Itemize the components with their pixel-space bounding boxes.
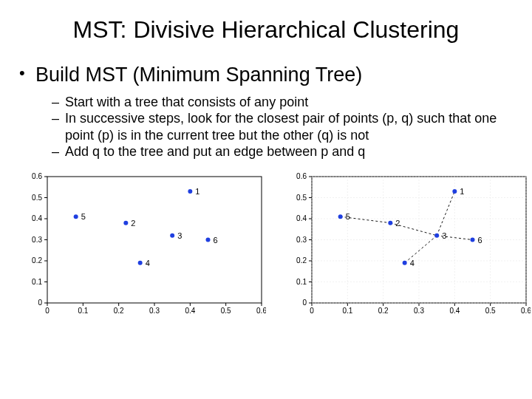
svg-point-89 (452, 189, 457, 194)
bullet-main: Build MST (Minimum Spanning Tree) Start … (19, 63, 517, 160)
bullet-list: Build MST (Minimum Spanning Tree) Start … (15, 63, 517, 160)
svg-text:4: 4 (410, 259, 415, 267)
svg-text:6: 6 (478, 235, 482, 244)
svg-text:0.5: 0.5 (485, 307, 496, 315)
sub-bullet-a: Start with a tree that consists of any p… (52, 94, 517, 111)
svg-text:0.5: 0.5 (32, 193, 42, 201)
svg-text:2: 2 (131, 218, 135, 227)
right-plot: 00.10.20.30.40.50.600.10.20.30.40.50.612… (287, 172, 531, 319)
svg-text:4: 4 (146, 259, 150, 267)
svg-point-97 (338, 214, 343, 219)
svg-text:0: 0 (310, 307, 314, 315)
left-plot-svg: 00.10.20.30.40.50.600.10.20.30.40.50.612… (22, 172, 266, 316)
svg-text:0: 0 (38, 299, 42, 307)
svg-text:5: 5 (346, 212, 350, 221)
svg-text:0.1: 0.1 (78, 307, 88, 315)
right-plot-svg: 00.10.20.30.40.50.600.10.20.30.40.50.612… (287, 172, 531, 316)
sub-bullet-list: Start with a tree that consists of any p… (35, 94, 517, 160)
svg-point-93 (434, 233, 439, 238)
svg-text:0.6: 0.6 (521, 307, 531, 315)
svg-text:0.2: 0.2 (32, 256, 42, 265)
svg-point-37 (74, 214, 78, 219)
svg-text:1: 1 (195, 187, 200, 196)
svg-point-39 (206, 237, 211, 242)
plots-row: 00.10.20.30.40.50.600.10.20.30.40.50.612… (15, 172, 517, 319)
svg-text:3: 3 (442, 231, 446, 240)
svg-text:1: 1 (460, 187, 464, 196)
svg-text:0.5: 0.5 (296, 193, 307, 201)
svg-text:3: 3 (177, 231, 182, 240)
svg-text:2: 2 (395, 218, 400, 227)
svg-text:0.1: 0.1 (32, 277, 42, 285)
slide: MST: Divisive Hierarchical Clustering Bu… (0, 0, 532, 399)
svg-text:0.1: 0.1 (342, 307, 352, 315)
svg-text:0.4: 0.4 (296, 214, 307, 222)
svg-line-88 (437, 191, 454, 236)
svg-point-95 (403, 261, 407, 265)
bullet-main-text: Build MST (Minimum Spanning Tree) (35, 64, 362, 86)
svg-text:0.2: 0.2 (114, 307, 124, 315)
svg-text:0.3: 0.3 (149, 307, 160, 315)
sub-bullet-b: In successive steps, look for the closes… (52, 110, 517, 143)
svg-text:0.4: 0.4 (32, 214, 42, 222)
svg-rect-0 (47, 177, 262, 303)
svg-text:0.2: 0.2 (296, 256, 307, 265)
svg-text:0.1: 0.1 (296, 277, 307, 285)
svg-text:0.4: 0.4 (449, 307, 460, 315)
svg-text:0.2: 0.2 (378, 307, 389, 315)
svg-text:6: 6 (214, 235, 218, 244)
svg-text:0.4: 0.4 (185, 307, 195, 315)
left-plot: 00.10.20.30.40.50.600.10.20.30.40.50.612… (22, 172, 266, 319)
svg-point-31 (123, 220, 128, 225)
svg-point-99 (471, 237, 475, 242)
svg-point-33 (170, 233, 174, 238)
svg-text:0.3: 0.3 (414, 307, 424, 315)
svg-text:0: 0 (302, 299, 307, 307)
svg-text:0.6: 0.6 (296, 172, 307, 180)
svg-text:0.6: 0.6 (256, 307, 266, 315)
sub-bullet-c: Add q to the tree and put an edge betwee… (52, 143, 517, 160)
svg-text:0: 0 (45, 307, 50, 315)
svg-point-35 (138, 261, 143, 265)
slide-title: MST: Divisive Hierarchical Clustering (15, 16, 517, 44)
svg-text:5: 5 (81, 212, 86, 221)
svg-text:0.6: 0.6 (32, 172, 42, 180)
svg-text:0.3: 0.3 (32, 235, 42, 243)
svg-point-29 (188, 189, 192, 194)
svg-text:0.3: 0.3 (296, 235, 307, 243)
svg-text:0.5: 0.5 (221, 307, 231, 315)
svg-point-91 (388, 220, 392, 225)
